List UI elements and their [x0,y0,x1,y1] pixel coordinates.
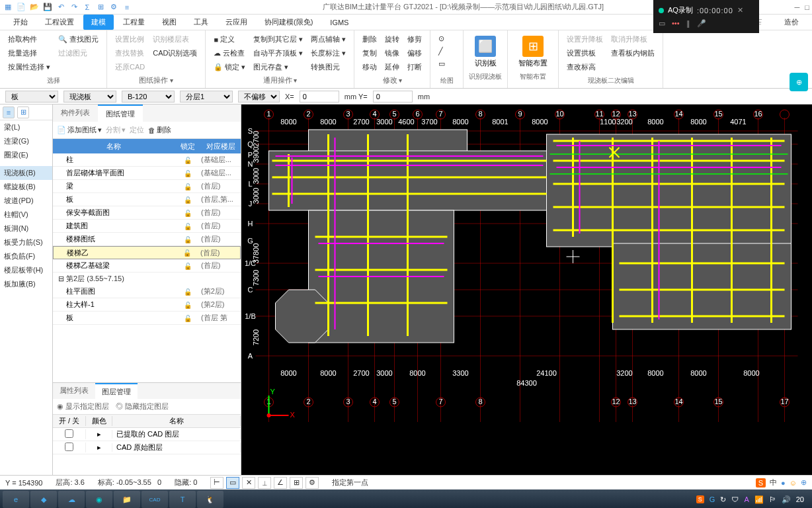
tab-project[interactable]: 工程设置 [37,15,82,30]
recognize-floor-button[interactable]: 识别楼层表 [150,33,200,46]
tree-item[interactable]: 楼层板带(H) [0,263,52,277]
offset-select[interactable]: 不偏移 [238,91,280,103]
tree-item[interactable]: 坡道(PD) [0,194,52,208]
taskbar-ie-icon[interactable]: e [3,491,29,508]
find-element-button[interactable]: 🔍 查找图元 [56,33,101,46]
tab-quantity[interactable]: 工程量 [115,15,153,30]
qat-new-icon[interactable]: 📄 [16,2,26,13]
break-button[interactable]: 打断 [405,61,425,73]
lock-icon[interactable] [184,301,192,309]
tree-item[interactable]: 螺旋板(B) [0,180,52,194]
check-elev-button[interactable]: 查改标高 [564,61,606,73]
qat-table-icon[interactable]: ⊞ [95,2,106,13]
trim-button[interactable]: 修剪 [405,33,425,46]
tree-list-icon[interactable]: ≡ [3,106,15,118]
drawing-row[interactable]: 建筑图(首层) [53,220,241,233]
drawing-row[interactable]: 保安亭截面图(首层) [53,206,241,220]
tab-start[interactable]: 开始 [5,15,36,30]
taskbar-explorer-icon[interactable]: 📁 [114,491,140,508]
status-icon-3[interactable]: ⊕ [801,478,807,487]
lock-icon[interactable] [184,209,192,217]
qat-save-icon[interactable]: 💾 [42,2,53,13]
save-element-button[interactable]: 图元存盘 ▾ [251,61,305,73]
add-drawing-button[interactable]: 📄 添加图纸 ▾ [57,125,102,135]
filter-element-button[interactable]: 过滤图元 [56,47,101,60]
lock-icon[interactable] [184,314,192,322]
tab-model[interactable]: 建模 [83,15,114,30]
drawing-row[interactable]: 楼梯乙(首层) [53,246,241,259]
y-input[interactable] [373,91,413,103]
layer-checkbox[interactable] [65,429,73,438]
floor-badge-icon[interactable]: ⊕ [790,73,808,91]
tree-item[interactable]: 连梁(G) [0,134,52,148]
snap-ortho-icon[interactable]: ▭ [226,477,239,489]
lock-icon[interactable] [184,156,192,164]
drawing-row[interactable]: 板(首层,第... [53,193,241,206]
tree-item[interactable]: 板洞(N) [0,222,52,235]
view-rebar-button[interactable]: 查看板内钢筋 [608,47,657,60]
tray-time[interactable]: 20 [796,495,804,503]
lock-icon[interactable] [184,288,192,296]
set-scale-button[interactable]: 设置比例 [112,33,147,46]
restore-cad-button[interactable]: 还原CAD [112,61,147,73]
subcategory-select[interactable]: 现浇板 [63,91,116,103]
tray-sync-icon[interactable]: ↻ [720,495,726,504]
category-select[interactable]: 板 [5,91,58,103]
tray-a-icon[interactable]: A [744,495,749,503]
cloud-check-button[interactable]: ☁ 云检查 [211,47,248,60]
tree-item[interactable]: 板加腋(B) [0,277,52,291]
taskbar-cloud-icon[interactable]: ☁ [58,491,85,508]
snap-angle-icon[interactable]: ∠ [274,477,287,489]
drawing-row[interactable]: 首层砌体墙平面图(基础层... [53,167,241,180]
taskbar-app-icon[interactable]: ◆ [30,491,57,508]
drawing-row[interactable]: 板(首层 第 [53,312,241,325]
lock-icon[interactable] [183,249,191,257]
layer-checkbox[interactable] [65,443,73,451]
layer-row[interactable]: ▸ CAD 原始图层 [53,441,241,454]
recorder-screen-icon[interactable]: ▭ [659,19,665,28]
snap-intersect-icon[interactable]: ✕ [242,477,255,489]
recorder-mic-icon[interactable]: 🎤 [697,19,706,28]
find-replace-button[interactable]: 查找替换 [112,47,147,60]
recorder-pause-icon[interactable]: ‖ [686,19,690,28]
status-icon-2[interactable]: ☺ [790,479,797,487]
smart-layout-button[interactable]: ⊞ 智能布置 [513,33,553,71]
tree-item[interactable]: 板负筋(F) [0,249,52,263]
tab-component-list[interactable]: 构件列表 [53,105,98,122]
taskbar-cad-icon[interactable]: CAD [142,491,168,508]
delete-drawing-button[interactable]: 🗑 删除 [148,125,171,135]
taskbar-t-icon[interactable]: T [169,491,196,508]
x-input[interactable] [300,91,339,103]
locate-button[interactable]: 定位 [130,125,144,135]
tray-g-icon[interactable]: G [710,495,715,503]
drawing-row[interactable]: 楼梯乙基础梁(首层) [53,259,241,273]
tree-item-slab[interactable]: 现浇板(B) [0,166,52,180]
qat-redo-icon[interactable]: ↷ [69,2,79,13]
tab-tools[interactable]: 工具 [186,15,216,30]
tray-volume-icon[interactable]: 🔊 [782,495,791,504]
drawing-row[interactable]: 柱平面图(第2层) [53,285,241,298]
copy-to-floor-button[interactable]: 复制到其它层 ▾ [251,33,305,46]
taskbar-qq-icon[interactable]: 🐧 [197,491,223,508]
layer-select[interactable]: 分层1 [180,91,233,103]
lock-icon[interactable] [184,169,192,177]
mirror-button[interactable]: 镜像 [382,47,402,60]
two-point-axis-button[interactable]: 两点辅轴 ▾ [308,33,348,46]
length-dim-button[interactable]: 长度标注 ▾ [308,47,348,60]
tree-item[interactable]: 梁(L) [0,120,52,134]
section-floor2[interactable]: ⊟ 第2层 (3.55~7.15) [53,273,241,285]
tray-flag-icon[interactable]: 🏳 [769,495,776,503]
screen-recorder-overlay[interactable]: AQ录制 :00:00:00 ✕ ▭ ••• ‖ 🎤 [653,0,759,33]
snap-perp-icon[interactable]: ⟂ [258,477,271,489]
lock-icon[interactable] [184,222,192,230]
define-button[interactable]: ■ 定义 [211,33,248,46]
recorder-close-icon[interactable]: ✕ [737,6,743,15]
lock-icon[interactable] [184,262,192,270]
snap-settings-icon[interactable]: ⚙ [305,477,319,489]
snap-endpoint-icon[interactable]: ⊢ [210,477,223,489]
offset-button[interactable]: 偏移 [405,47,425,60]
qat-more-icon[interactable]: ≡ [122,2,132,13]
line-icon[interactable]: ╱ [436,46,448,57]
tab-collab[interactable]: 协同建模(限免) [257,15,321,30]
copy-button[interactable]: 复制 [360,47,380,60]
